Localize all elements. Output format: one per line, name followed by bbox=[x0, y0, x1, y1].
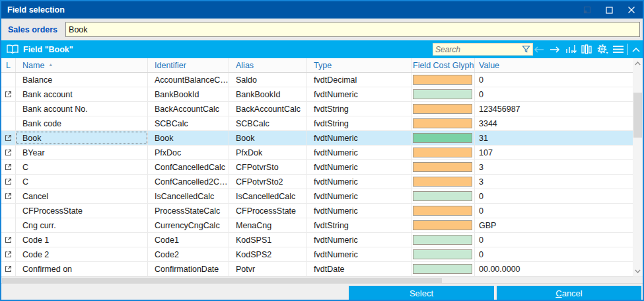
table-row[interactable]: Bank codeSCBCalcSCBCalcfvdtString3344 bbox=[1, 116, 633, 131]
cell-value: GBP bbox=[475, 218, 633, 232]
cell-name: Bank account bbox=[16, 87, 148, 101]
open-link-icon[interactable] bbox=[5, 149, 12, 156]
scroll-thumb[interactable] bbox=[633, 93, 642, 138]
field-cost-swatch-green_light bbox=[413, 249, 472, 259]
cell-name: Cng curr. bbox=[16, 218, 148, 232]
cell-glyph bbox=[411, 204, 475, 218]
open-link-icon[interactable] bbox=[5, 251, 12, 258]
cell-alias: KodSPS1 bbox=[229, 233, 307, 247]
close-icon[interactable] bbox=[620, 1, 643, 19]
field-cost-swatch-green_light bbox=[413, 235, 472, 245]
field-name-input[interactable] bbox=[65, 22, 640, 37]
cell-alias: Potvr bbox=[229, 262, 307, 276]
cell-alias: CFPotvrSto2 bbox=[229, 175, 307, 189]
cell-alias: KodSPS2 bbox=[229, 247, 307, 261]
cell-name: CFProcessState bbox=[16, 204, 148, 218]
cell-identifier: Code1 bbox=[148, 233, 229, 247]
cell-glyph bbox=[411, 262, 475, 276]
cell-link bbox=[1, 73, 16, 87]
cell-type: fvdtNumeric bbox=[307, 131, 411, 145]
open-link-icon[interactable] bbox=[5, 236, 12, 243]
collapse-up-icon[interactable] bbox=[629, 40, 643, 58]
cell-identifier: AccountBalanceC… bbox=[148, 73, 229, 87]
field-cost-swatch-green_light bbox=[413, 89, 472, 99]
forward-arrow-icon[interactable] bbox=[547, 40, 563, 58]
column-header-link[interactable]: L bbox=[1, 58, 16, 72]
cell-link bbox=[1, 204, 16, 218]
cell-type: fvdtNumeric bbox=[307, 247, 411, 261]
column-header-value[interactable]: Value bbox=[475, 58, 633, 72]
cell-value: 3 bbox=[475, 160, 633, 174]
table-row[interactable]: CConfCancelledCalcCFPotvrStofvdtNumeric3 bbox=[1, 160, 633, 175]
settings-gear-icon[interactable] bbox=[594, 40, 610, 58]
bar-chart-icon[interactable] bbox=[563, 40, 579, 58]
cell-identifier: SCBCalc bbox=[148, 116, 229, 130]
cell-link bbox=[1, 160, 16, 174]
table-row[interactable]: BYearPfxDocPfxDokfvdtNumeric107 bbox=[1, 146, 633, 160]
open-link-icon[interactable] bbox=[5, 163, 12, 171]
table-row[interactable]: CancelIsCancelledCalcIsCancelledCalcfvdt… bbox=[1, 189, 633, 204]
table-row[interactable]: Bank accountBankBookIdBankBookIdfvdtNume… bbox=[1, 87, 633, 102]
table-row[interactable]: Cng curr.CurrencyCngCalcMenaCngfvdtStrin… bbox=[1, 218, 633, 233]
cell-link bbox=[1, 131, 16, 145]
scroll-down-icon[interactable] bbox=[633, 266, 643, 277]
table-row[interactable]: Code 1Code1KodSPS1fvdtNumeric0 bbox=[1, 233, 633, 247]
table-header-row: LName▲IdentifierAliasTypeField Cost Glyp… bbox=[1, 58, 633, 73]
horizontal-scrollbar[interactable] bbox=[1, 277, 643, 283]
cell-name: Cancel bbox=[16, 189, 148, 203]
column-header-alias[interactable]: Alias bbox=[229, 58, 307, 72]
column-header-identifier[interactable]: Identifier bbox=[148, 58, 229, 72]
open-link-icon[interactable] bbox=[5, 265, 12, 273]
cell-alias: Book bbox=[229, 131, 307, 145]
cell-value: 0 bbox=[475, 189, 633, 203]
cell-type: fvdtNumeric bbox=[307, 204, 411, 218]
table-row[interactable]: Confirmed onConfirmationDatePotvrfvdtDat… bbox=[1, 262, 633, 277]
open-link-icon[interactable] bbox=[5, 178, 12, 185]
back-arrow-icon[interactable] bbox=[531, 40, 547, 58]
scroll-track[interactable] bbox=[633, 69, 643, 266]
cell-alias: BackAccountCalc bbox=[229, 102, 307, 116]
column-header-type[interactable]: Type bbox=[307, 58, 411, 72]
column-header-name[interactable]: Name▲ bbox=[16, 58, 148, 72]
select-button[interactable]: Select bbox=[349, 286, 494, 300]
cell-glyph bbox=[411, 175, 475, 189]
cell-identifier: PfxDoc bbox=[148, 146, 229, 159]
table-row[interactable]: Code 2Code2KodSPS2fvdtNumeric0 bbox=[1, 247, 633, 262]
open-link-icon[interactable] bbox=[5, 134, 12, 142]
table-row[interactable]: CConfCancelled2C…CFPotvrSto2fvdtNumeric3 bbox=[1, 175, 633, 189]
cell-name: C bbox=[16, 175, 148, 189]
table-row[interactable]: BookBookBookfvdtNumeric31 bbox=[1, 131, 633, 146]
columns-icon[interactable] bbox=[579, 40, 594, 58]
cell-type: fvdtDate bbox=[307, 262, 411, 276]
table-body: BalanceAccountBalanceC…SaldofvdtDecimal0… bbox=[1, 73, 633, 277]
table-row[interactable]: BalanceAccountBalanceC…SaldofvdtDecimal0 bbox=[1, 73, 633, 87]
column-header-glyph[interactable]: Field Cost Glyph bbox=[411, 58, 475, 72]
cell-type: fvdtString bbox=[307, 218, 411, 232]
cell-glyph bbox=[411, 102, 475, 116]
float-window-icon[interactable] bbox=[575, 1, 598, 19]
table-row[interactable]: Bank account No.BackAccountCalcBackAccou… bbox=[1, 102, 633, 116]
vertical-scrollbar[interactable] bbox=[633, 58, 643, 277]
cell-name: Bank account No. bbox=[16, 102, 148, 116]
cell-glyph bbox=[411, 233, 475, 247]
open-link-icon[interactable] bbox=[5, 193, 12, 200]
cell-identifier: ConfCancelledCalc bbox=[148, 160, 229, 174]
table-row[interactable]: CFProcessStateProcessStateCalcCFProcessS… bbox=[1, 204, 633, 218]
cell-identifier: ConfCancelled2C… bbox=[148, 175, 229, 189]
maximize-icon[interactable] bbox=[598, 1, 620, 19]
menu-icon[interactable] bbox=[610, 40, 626, 58]
cancel-button[interactable]: Cancel bbox=[497, 286, 641, 300]
footer: Select Cancel bbox=[1, 283, 643, 300]
hscroll-thumb[interactable] bbox=[2, 278, 442, 283]
cell-link bbox=[1, 189, 16, 203]
cell-name: Balance bbox=[16, 73, 148, 87]
cell-type: fvdtNumeric bbox=[307, 175, 411, 189]
open-link-icon[interactable] bbox=[5, 91, 12, 98]
cell-value: 0 bbox=[475, 73, 633, 87]
field-cost-swatch-orange bbox=[413, 162, 472, 172]
search-input[interactable] bbox=[433, 45, 522, 54]
cell-alias: CFProcessState bbox=[229, 204, 307, 218]
sort-ascending-icon: ▲ bbox=[48, 62, 53, 67]
scroll-up-icon[interactable] bbox=[633, 58, 643, 69]
cell-identifier: ProcessStateCalc bbox=[148, 204, 229, 218]
